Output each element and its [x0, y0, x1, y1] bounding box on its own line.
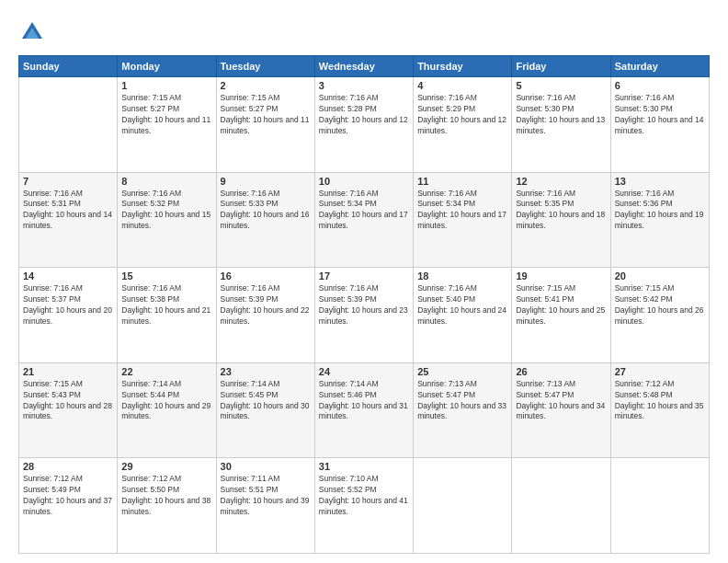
calendar-header-wednesday: Wednesday: [314, 56, 413, 77]
logo-icon: [18, 18, 46, 46]
day-number: 30: [221, 461, 311, 472]
day-number: 2: [221, 80, 311, 91]
day-info: Sunrise: 7:13 AMSunset: 5:47 PMDaylight:…: [516, 379, 606, 423]
calendar-week-4: 21Sunrise: 7:15 AMSunset: 5:43 PMDayligh…: [19, 362, 710, 458]
calendar-cell: 26Sunrise: 7:13 AMSunset: 5:47 PMDayligh…: [512, 362, 610, 458]
calendar-week-2: 7Sunrise: 7:16 AMSunset: 5:31 PMDaylight…: [19, 172, 710, 268]
day-number: 14: [23, 270, 113, 282]
calendar-cell: 29Sunrise: 7:12 AMSunset: 5:50 PMDayligh…: [118, 458, 216, 554]
day-info: Sunrise: 7:16 AMSunset: 5:33 PMDaylight:…: [221, 189, 311, 233]
day-info: Sunrise: 7:16 AMSunset: 5:30 PMDaylight:…: [516, 93, 606, 137]
header: [18, 18, 710, 46]
calendar-cell: 17Sunrise: 7:16 AMSunset: 5:39 PMDayligh…: [314, 268, 413, 363]
day-number: 26: [516, 366, 606, 377]
day-number: 22: [121, 366, 211, 377]
day-info: Sunrise: 7:15 AMSunset: 5:43 PMDaylight:…: [23, 379, 113, 423]
day-info: Sunrise: 7:15 AMSunset: 5:27 PMDaylight:…: [221, 93, 311, 137]
calendar-week-1: 1Sunrise: 7:15 AMSunset: 5:27 PMDaylight…: [19, 77, 710, 173]
calendar-cell: 8Sunrise: 7:16 AMSunset: 5:32 PMDaylight…: [118, 172, 216, 268]
calendar-cell: 23Sunrise: 7:14 AMSunset: 5:45 PMDayligh…: [216, 362, 314, 458]
day-number: 5: [516, 80, 606, 91]
day-number: 23: [221, 366, 311, 377]
day-number: 19: [516, 270, 606, 282]
calendar-header-tuesday: Tuesday: [216, 56, 314, 77]
calendar-header-monday: Monday: [118, 56, 216, 77]
calendar-header-thursday: Thursday: [414, 56, 512, 77]
day-number: 16: [221, 270, 311, 282]
day-info: Sunrise: 7:16 AMSunset: 5:34 PMDaylight:…: [417, 189, 507, 233]
calendar-cell: [19, 77, 118, 173]
calendar-cell: 10Sunrise: 7:16 AMSunset: 5:34 PMDayligh…: [314, 172, 413, 268]
calendar-cell: 3Sunrise: 7:16 AMSunset: 5:28 PMDaylight…: [314, 77, 413, 173]
day-info: Sunrise: 7:14 AMSunset: 5:44 PMDaylight:…: [121, 379, 211, 423]
day-number: 8: [121, 176, 211, 187]
day-info: Sunrise: 7:16 AMSunset: 5:34 PMDaylight:…: [319, 189, 409, 233]
calendar-cell: 15Sunrise: 7:16 AMSunset: 5:38 PMDayligh…: [118, 268, 216, 363]
day-number: 28: [23, 461, 113, 472]
day-info: Sunrise: 7:16 AMSunset: 5:28 PMDaylight:…: [319, 93, 409, 137]
calendar-cell: 2Sunrise: 7:15 AMSunset: 5:27 PMDaylight…: [216, 77, 314, 173]
day-number: 6: [615, 80, 705, 91]
calendar-week-5: 28Sunrise: 7:12 AMSunset: 5:49 PMDayligh…: [19, 458, 710, 554]
day-info: Sunrise: 7:16 AMSunset: 5:30 PMDaylight:…: [615, 93, 705, 137]
day-number: 11: [417, 176, 507, 187]
calendar-cell: 16Sunrise: 7:16 AMSunset: 5:39 PMDayligh…: [216, 268, 314, 363]
day-number: 15: [121, 270, 211, 282]
day-info: Sunrise: 7:16 AMSunset: 5:35 PMDaylight:…: [516, 189, 606, 233]
day-info: Sunrise: 7:15 AMSunset: 5:42 PMDaylight:…: [615, 283, 705, 327]
calendar-cell: 30Sunrise: 7:11 AMSunset: 5:51 PMDayligh…: [216, 458, 314, 554]
day-info: Sunrise: 7:12 AMSunset: 5:49 PMDaylight:…: [23, 474, 113, 518]
day-info: Sunrise: 7:16 AMSunset: 5:29 PMDaylight:…: [417, 93, 507, 137]
day-info: Sunrise: 7:10 AMSunset: 5:52 PMDaylight:…: [319, 474, 409, 518]
page: SundayMondayTuesdayWednesdayThursdayFrid…: [0, 0, 728, 563]
calendar-cell: 22Sunrise: 7:14 AMSunset: 5:44 PMDayligh…: [118, 362, 216, 458]
calendar-cell: 9Sunrise: 7:16 AMSunset: 5:33 PMDaylight…: [216, 172, 314, 268]
day-number: 27: [615, 366, 705, 377]
calendar-header-friday: Friday: [512, 56, 610, 77]
calendar-cell: 7Sunrise: 7:16 AMSunset: 5:31 PMDaylight…: [19, 172, 118, 268]
day-info: Sunrise: 7:16 AMSunset: 5:37 PMDaylight:…: [23, 283, 113, 327]
day-info: Sunrise: 7:16 AMSunset: 5:38 PMDaylight:…: [121, 283, 211, 327]
calendar-cell: 14Sunrise: 7:16 AMSunset: 5:37 PMDayligh…: [19, 268, 118, 363]
logo: [18, 18, 50, 46]
calendar-cell: 31Sunrise: 7:10 AMSunset: 5:52 PMDayligh…: [314, 458, 413, 554]
day-info: Sunrise: 7:16 AMSunset: 5:31 PMDaylight:…: [23, 189, 113, 233]
calendar-cell: 5Sunrise: 7:16 AMSunset: 5:30 PMDaylight…: [512, 77, 610, 173]
day-number: 10: [319, 176, 409, 187]
calendar-cell: 21Sunrise: 7:15 AMSunset: 5:43 PMDayligh…: [19, 362, 118, 458]
calendar-cell: 28Sunrise: 7:12 AMSunset: 5:49 PMDayligh…: [19, 458, 118, 554]
calendar-cell: [414, 458, 512, 554]
day-info: Sunrise: 7:16 AMSunset: 5:36 PMDaylight:…: [615, 189, 705, 233]
calendar-cell: 13Sunrise: 7:16 AMSunset: 5:36 PMDayligh…: [610, 172, 709, 268]
calendar-cell: 1Sunrise: 7:15 AMSunset: 5:27 PMDaylight…: [118, 77, 216, 173]
day-number: 18: [417, 270, 507, 282]
calendar-header-saturday: Saturday: [610, 56, 709, 77]
day-number: 20: [615, 270, 705, 282]
calendar-cell: 11Sunrise: 7:16 AMSunset: 5:34 PMDayligh…: [414, 172, 512, 268]
calendar-cell: 27Sunrise: 7:12 AMSunset: 5:48 PMDayligh…: [610, 362, 709, 458]
day-info: Sunrise: 7:16 AMSunset: 5:39 PMDaylight:…: [221, 283, 311, 327]
calendar-cell: 4Sunrise: 7:16 AMSunset: 5:29 PMDaylight…: [414, 77, 512, 173]
day-info: Sunrise: 7:16 AMSunset: 5:40 PMDaylight:…: [417, 283, 507, 327]
day-number: 21: [23, 366, 113, 377]
day-number: 29: [121, 461, 211, 472]
day-info: Sunrise: 7:11 AMSunset: 5:51 PMDaylight:…: [221, 474, 311, 518]
day-number: 25: [417, 366, 507, 377]
day-info: Sunrise: 7:15 AMSunset: 5:41 PMDaylight:…: [516, 283, 606, 327]
day-number: 1: [121, 80, 211, 91]
day-info: Sunrise: 7:15 AMSunset: 5:27 PMDaylight:…: [121, 93, 211, 137]
calendar-header-sunday: Sunday: [19, 56, 118, 77]
calendar-cell: 6Sunrise: 7:16 AMSunset: 5:30 PMDaylight…: [610, 77, 709, 173]
calendar-table: SundayMondayTuesdayWednesdayThursdayFrid…: [18, 55, 710, 554]
day-number: 7: [23, 176, 113, 187]
day-info: Sunrise: 7:13 AMSunset: 5:47 PMDaylight:…: [417, 379, 507, 423]
day-info: Sunrise: 7:12 AMSunset: 5:48 PMDaylight:…: [615, 379, 705, 423]
calendar-cell: 20Sunrise: 7:15 AMSunset: 5:42 PMDayligh…: [610, 268, 709, 363]
day-info: Sunrise: 7:16 AMSunset: 5:32 PMDaylight:…: [121, 189, 211, 233]
day-info: Sunrise: 7:14 AMSunset: 5:46 PMDaylight:…: [319, 379, 409, 423]
calendar-cell: 25Sunrise: 7:13 AMSunset: 5:47 PMDayligh…: [414, 362, 512, 458]
calendar-cell: [512, 458, 610, 554]
calendar-cell: [610, 458, 709, 554]
day-number: 9: [221, 176, 311, 187]
day-info: Sunrise: 7:16 AMSunset: 5:39 PMDaylight:…: [319, 283, 409, 327]
